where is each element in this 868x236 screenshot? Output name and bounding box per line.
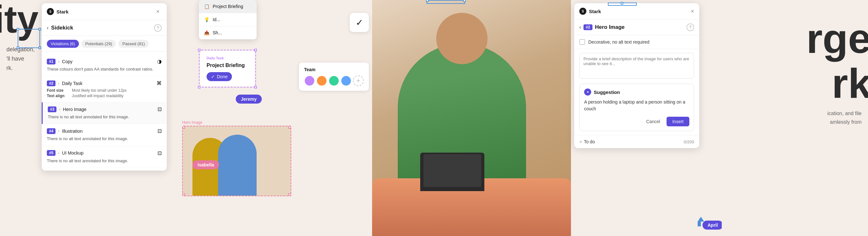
add-avatar-button[interactable]: + (353, 75, 364, 86)
figure-blue (218, 135, 257, 196)
stark-logo-right: S (579, 8, 586, 15)
corner-br (254, 86, 257, 89)
suggestion-box: ✦ Suggestion A person holding a laptop a… (579, 84, 694, 131)
hero-corner-br (288, 193, 291, 196)
panel-header-left: S Stark × (42, 3, 167, 20)
cancel-button[interactable]: Cancel (643, 117, 663, 126)
person-head (436, 13, 488, 64)
right-photo-area (372, 0, 571, 236)
hero-image-nav: ‹ #2 Hero Image ? (574, 20, 699, 35)
briefing-icon: 📋 (204, 4, 210, 9)
laptop (420, 153, 484, 191)
dropdown-briefing-label: Project Briefing (213, 4, 243, 9)
outer-text-rge: rge (806, 18, 868, 59)
issue-title-illustration: Illustration (62, 129, 155, 134)
issue-desc-copy: These colours don't pass AA standards fo… (47, 66, 162, 72)
corner-tr (254, 49, 257, 51)
handle-top-right (463, 0, 466, 2)
corner-bl (198, 86, 200, 89)
issue-desc-illustration: There is no alt text annotated for this … (47, 136, 162, 142)
issue-title-hero: Hero Image (63, 107, 155, 112)
brand-name-left: Stark (57, 9, 69, 14)
blue-arrow-april (698, 217, 707, 226)
dropdown-id-label: Id... (213, 17, 220, 22)
detail-textalign: Text align Justified will impact readabi… (47, 94, 162, 98)
done-checkmark: ✓ (211, 74, 215, 79)
chevron-icon-4: › (58, 129, 59, 133)
alt-text-textarea[interactable] (579, 53, 694, 78)
checkmark-button[interactable]: ✓ (350, 13, 369, 32)
insert-button[interactable]: Insert (666, 117, 689, 126)
issue-desc-hero: There is no alt text annotated for this … (48, 114, 162, 120)
chevron-icon-1: › (58, 59, 59, 64)
selection-handle-br (38, 46, 41, 49)
selection-handle-bl (17, 46, 19, 49)
done-badge[interactable]: ✓ Done (207, 72, 232, 81)
issue-num-5: #5 (47, 150, 56, 156)
dropdown-item-id[interactable]: 💡 Id... (199, 13, 257, 26)
selection-handle-tl (17, 28, 19, 30)
issue-num-4: #4 (47, 128, 56, 134)
suggestion-header: ✦ Suggestion (584, 89, 689, 96)
help-button-right[interactable]: ? (686, 24, 694, 31)
hero-corner-bl (183, 193, 185, 196)
avatar-1 (304, 75, 315, 86)
issue-title-mockup: UI Mockup (62, 150, 155, 156)
issue-header-hero: #3 › Hero Image ⊡ (48, 106, 162, 112)
expand-label: To do (584, 139, 595, 144)
issue-num-3: #3 (48, 106, 57, 112)
label-fontsize: Font size (47, 88, 69, 93)
image-icon-3: ⊡ (157, 106, 162, 112)
back-arrow-left[interactable]: ‹ (47, 25, 49, 31)
decorative-checkbox[interactable] (579, 39, 585, 45)
idea-icon: 💡 (204, 17, 210, 22)
brand-name-right: Stark (589, 9, 601, 14)
issue-item-illustration[interactable]: #4 › Illustration ⊡ There is no alt text… (42, 124, 167, 146)
handle-mid (621, 2, 623, 4)
issue-desc-mockup: There is no alt text annotated for this … (47, 158, 162, 164)
issue-item-mockup[interactable]: #5 › UI Mockup ⊡ There is no alt text an… (42, 146, 167, 168)
tab-potentials[interactable]: Potentials (29) (82, 40, 116, 48)
char-count: 0/200 (684, 139, 694, 144)
label-textalign: Text align (47, 94, 69, 98)
expand-button[interactable]: − To do (579, 139, 595, 144)
corner-tl (198, 49, 200, 51)
suggestion-icon: ✦ (584, 89, 591, 96)
minus-icon: − (579, 139, 582, 144)
chevron-icon-3: › (59, 107, 60, 111)
close-button-left[interactable]: × (154, 8, 162, 15)
close-button-right[interactable]: × (691, 8, 694, 15)
chevron-icon-2: › (58, 81, 59, 86)
brand-left: S Stark (47, 8, 69, 15)
issue-item-copy[interactable]: #1 › Copy ◑ These colours don't pass AA … (42, 55, 167, 76)
project-briefing-title: Project Briefing (207, 63, 248, 68)
sidekick-nav: ‹ Sidekick ? (42, 20, 167, 36)
stark-logo-left: S (47, 8, 54, 15)
dropdown-item-sh[interactable]: 📤 Sh... (199, 26, 257, 39)
dropdown-item-briefing[interactable]: 📋 Project Briefing (199, 0, 257, 13)
issue-item-daily-task[interactable]: #2 › Daily Task ⌘ Font size Most likely … (42, 76, 167, 102)
canvas-middle: 📋 Project Briefing 💡 Id... 📤 Sh... ✓ Dai… (173, 0, 372, 236)
issue-item-hero[interactable]: #3 › Hero Image ⊡ There is no alt text a… (42, 102, 167, 124)
issues-list: #1 › Copy ◑ These colours don't pass AA … (42, 52, 167, 171)
panel-header-right: S Stark × (574, 3, 699, 20)
blue-sel-right-panel (608, 3, 637, 6)
chevron-icon-5: › (58, 151, 59, 155)
tab-violations[interactable]: Violations (6) (47, 40, 79, 48)
daily-task-label: Daily Task (207, 56, 248, 60)
back-arrow-right[interactable]: ‹ (579, 24, 581, 30)
brand-right: S Stark (579, 8, 601, 15)
jeremy-label: Jeremy (236, 95, 262, 104)
value-fontsize: Most likely too small under 12px (72, 88, 127, 93)
team-title: Team (304, 67, 364, 72)
outer-right-area: rge rk ication, and fileamlessly from (722, 0, 868, 236)
hero-num-badge: #2 (584, 24, 592, 30)
team-section: Team + (299, 63, 369, 91)
help-button-left[interactable]: ? (154, 24, 162, 32)
outer-subtext: ication, and fileamlessly from (827, 109, 862, 126)
selection-rectangle-left (18, 29, 40, 48)
avatar-3 (329, 75, 339, 86)
panel-footer: − To do 0/200 (574, 135, 699, 148)
tab-passed[interactable]: Passed (91) (118, 40, 149, 48)
selection-handle-tr (38, 28, 41, 30)
